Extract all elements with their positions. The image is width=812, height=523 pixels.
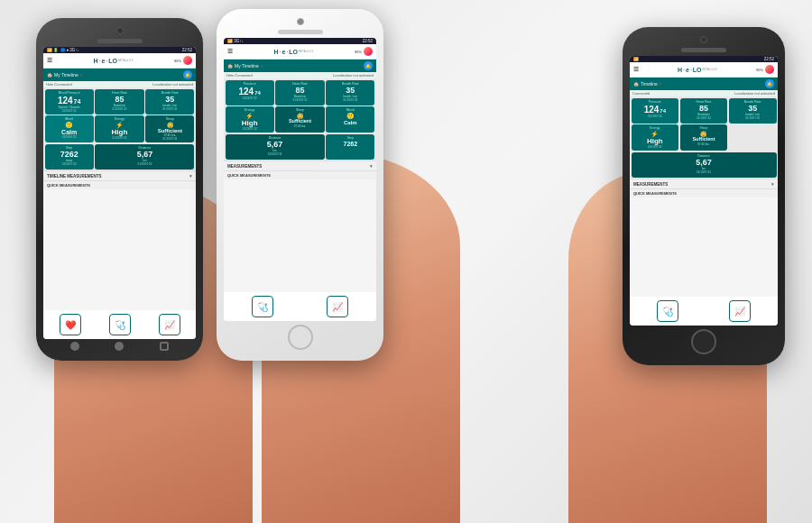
metrics-grid-right: Pressure 124 74 01/19/07:32 Heart Rate 8… [630, 96, 778, 179]
timeline-section-left[interactable]: TIMELINE MEASUREMENTS ▾ [43, 170, 196, 180]
helo-logo-left: H · e · LO BETA v1.0.2 [93, 58, 133, 64]
header-icons-left: 96% [174, 56, 192, 65]
ecg-qm-btn-center[interactable]: 📈 [327, 296, 348, 317]
notification-bar-center: Helo Connected Localization not activate… [224, 72, 376, 78]
time-right: 22:52 [764, 57, 774, 61]
status-bar-left: 📶 🔋 🔵 ♦ 3G↑↓ 22:52 [43, 47, 196, 53]
ecg-qm-btn-left[interactable]: 📈 [159, 314, 180, 335]
signal-center: 📶 3G↑↓ [227, 39, 244, 43]
phone-center-speaker [278, 30, 323, 34]
status-bar-center: 📶 3G↑↓ 22:52 [224, 38, 376, 44]
timeline-section-center[interactable]: MEASUREMENTS ▾ [224, 161, 376, 170]
bp-val-center: 124 74 [238, 87, 260, 96]
notification-bell-left[interactable]: 🔔 [183, 70, 192, 79]
header-icons-right: 96% [756, 65, 774, 74]
quick-section-right: QUICK MEASUREMENTS [630, 188, 778, 197]
phone-left-speaker [97, 39, 143, 43]
nav-bar-left[interactable]: 🏠 My Timeline ▾ 🔔 [43, 69, 196, 81]
quick-section-center: QUICK MEASUREMENTS [224, 170, 376, 179]
timeline-chevron-center[interactable]: ▾ [261, 63, 263, 69]
quick-section-left: QUICK MEASUREMENTS [43, 180, 196, 189]
notification-bell-right[interactable]: 🔔 [765, 79, 774, 88]
timeline-collapse-left[interactable]: ▾ [189, 173, 192, 179]
phone-left-screen: 📶 🔋 🔵 ♦ 3G↑↓ 22:52 ☰ H · e · LO BETA v1.… [43, 47, 196, 339]
notification-bell-center[interactable]: 🔔 [364, 61, 373, 70]
metrics-grid-left: Blood Pressure 124 74 Systolic / Diastol… [43, 87, 196, 170]
energy-card-left: Energy ⚡ High 01/19/07:32 [95, 115, 143, 142]
bp-card-center: Pressure 124 74 01/19/07:32 [226, 80, 274, 106]
phone-left: 📶 🔋 🔵 ♦ 3G↑↓ 22:52 ☰ H · e · LO BETA v1.… [36, 18, 203, 361]
heart-rate-card-right: Heart Rate 85 Beats/min 01/19/07:32 [680, 98, 728, 124]
app-left: 📶 🔋 🔵 ♦ 3G↑↓ 22:52 ☰ H · e · LO BETA v1.… [43, 47, 196, 339]
hamburger-icon-center[interactable]: ☰ [227, 48, 233, 55]
quick-measurements-center: 🩺 📈 [224, 292, 376, 321]
phone-center-wrapper: 📶 3G↑↓ 22:52 ☰ H · e · LO BETA v1.0.2 [217, 9, 383, 361]
timeline-chevron-left[interactable]: ▾ [80, 72, 83, 78]
helo-logo-center: H · e · LO BETA v1.0.2 [273, 49, 313, 55]
phone-center-screen: 📶 3G↑↓ 22:52 ☰ H · e · LO BETA v1.0.2 [224, 38, 376, 321]
quick-measurements-left: ❤️ 🩺 📈 [43, 310, 196, 339]
mood-card-left: Mood 🙂 Calm 01/19/07:32 [45, 115, 94, 142]
gauge-qm-btn-center[interactable]: 🩺 [252, 296, 273, 317]
breath-rate-card-right: Breath Rate 35 breath / min 01/19/07:32 [729, 98, 777, 124]
energy-card-right: Energy ⚡ High 01/19/07:32 [632, 124, 679, 151]
app-header-left: ☰ H · e · LO BETA v1.0.2 96% [43, 53, 196, 69]
profile-avatar-left [183, 56, 192, 65]
app-right: 📶 22:52 ☰ H · e · LO BETA v1.0.2 [630, 56, 778, 326]
mood-center: Mood 🙂 Calm [326, 106, 374, 133]
notification-bar-left: Helo Connected Localization not activate… [43, 81, 196, 87]
phone-right-screen: 📶 22:52 ☰ H · e · LO BETA v1.0.2 [630, 56, 778, 326]
heart-rate-card-center: Heart Rate 85 Beats/min 01/19/07:32 [275, 80, 324, 106]
app-header-right: ☰ H · e · LO BETA v1.0.2 96% [630, 62, 778, 78]
bp-card-left: Blood Pressure 124 74 Systolic / Diastol… [45, 89, 94, 115]
notification-bar-right: Connected Localization not activated [630, 90, 778, 96]
heart-rate-card-left: Heart Rate 85 Beats/min 01/19/07:32 [95, 89, 143, 115]
energy-card-center: Energy ⚡ High 01/19/07:32 [226, 106, 274, 133]
phone-center: 📶 3G↑↓ 22:52 ☰ H · e · LO BETA v1.0.2 [217, 9, 383, 361]
header-icons-center: 96% [355, 47, 373, 56]
distance-card-right: Distance 5,67 km 01/19/07:32 [632, 152, 777, 178]
nav-bar-right[interactable]: 🏠 Timeline ▾ 🔔 [630, 78, 778, 90]
timeline-chevron-right[interactable]: ▾ [660, 81, 662, 87]
distance-card-left: Distance 5,67 km 01/19/07:32 [95, 144, 194, 170]
metrics-grid-center: Pressure 124 74 01/19/07:32 Heart Rate 8… [224, 78, 376, 161]
bottom-bar-left [43, 339, 196, 353]
home-btn-center[interactable] [288, 325, 313, 350]
phone-right-wrapper: 📶 22:52 ☰ H · e · LO BETA v1.0.2 [623, 27, 785, 365]
bp-card-right: Pressure 124 74 01/19/07:32 [632, 98, 679, 124]
status-bar-right: 📶 22:52 [630, 56, 778, 62]
nav-back-left[interactable] [70, 342, 79, 351]
extra-center: Step 7262 [326, 134, 374, 160]
sleep-card-right: Sleep 😴 Sufficient 07:45 hrs. [680, 124, 728, 151]
time-left: 22:52 [182, 48, 192, 52]
time-center: 22:52 [363, 39, 373, 43]
sleep-card-left: Sleep 😴 Sufficient 07:45 hrs. 01/19/07:3… [145, 115, 194, 142]
gauge-qm-btn-right[interactable]: 🩺 [657, 300, 678, 322]
home-icon-right: 🏠 [633, 81, 639, 87]
timeline-section-right[interactable]: MEASUREMENTS ▾ [630, 179, 778, 188]
heart-qm-btn-left[interactable]: ❤️ [60, 314, 81, 335]
profile-avatar-right [765, 65, 774, 74]
phone-left-wrapper: 📶 🔋 🔵 ♦ 3G↑↓ 22:52 ☰ H · e · LO BETA v1.… [36, 18, 203, 361]
phone-center-camera [297, 18, 304, 25]
phone-left-camera [116, 27, 124, 34]
breath-rate-card-center: Breath Rate 35 breath / min 01/19/07:32 [326, 80, 374, 106]
home-btn-right[interactable] [691, 329, 716, 354]
hamburger-icon-right[interactable]: ☰ [633, 66, 639, 73]
main-scene: 📶 🔋 🔵 ♦ 3G↑↓ 22:52 ☰ H · e · LO BETA v1.… [0, 0, 812, 523]
breath-rate-card-left: Breath Rate 35 breath / min 01/19/07:32 [145, 89, 194, 115]
phone-right-camera [700, 36, 707, 43]
gauge-qm-btn-left[interactable]: 🩺 [109, 314, 131, 335]
nav-home-left[interactable] [115, 342, 124, 351]
helo-logo-right: H · e · LO BETA v1.0.2 [678, 67, 717, 73]
home-icon-center: 🏠 [227, 63, 233, 69]
sleep-card-center: Sleep 😴 Sufficient 07:45 hrs. [275, 106, 324, 133]
phone-right-speaker [681, 48, 726, 52]
bp-value-left: 124 74 [58, 96, 80, 106]
hamburger-icon-left[interactable]: ☰ [47, 57, 52, 64]
phone-right: 📶 22:52 ☰ H · e · LO BETA v1.0.2 [623, 27, 785, 365]
nav-bar-center[interactable]: 🏠 My Timeline ▾ 🔔 [224, 60, 376, 72]
ecg-qm-btn-right[interactable]: 📈 [729, 300, 751, 322]
nav-recent-left[interactable] [160, 342, 169, 351]
signal-right: 📶 [633, 57, 639, 61]
